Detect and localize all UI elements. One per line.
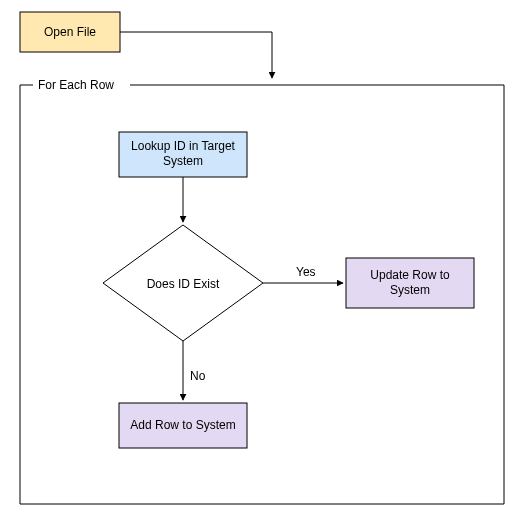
no-label: No [190, 369, 206, 383]
add-label: Add Row to System [130, 418, 235, 432]
yes-label: Yes [296, 265, 316, 279]
update-label-2: System [390, 283, 430, 297]
lookup-label-1: Lookup ID in Target [131, 139, 236, 153]
decision-label: Does ID Exist [147, 277, 220, 291]
lookup-label-2: System [163, 154, 203, 168]
loop-label: For Each Row [38, 78, 114, 92]
update-label-1: Update Row to [370, 268, 450, 282]
open-file-label: Open File [44, 25, 96, 39]
edge-openfile-to-loop [120, 32, 272, 78]
